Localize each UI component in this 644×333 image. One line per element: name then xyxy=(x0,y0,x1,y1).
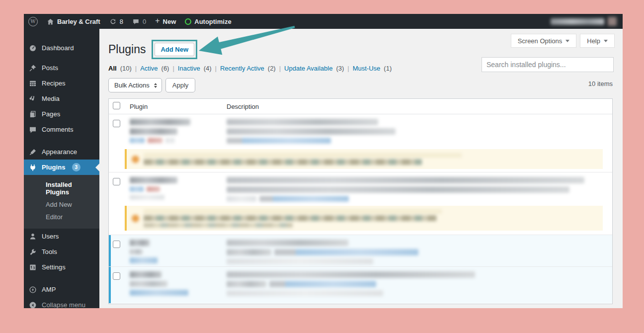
site-name-menu[interactable]: Barley & Craft xyxy=(42,14,105,29)
row-checkbox[interactable] xyxy=(113,272,120,280)
bulk-actions-bar: Bulk Actions Apply xyxy=(108,78,195,92)
redacted-link xyxy=(130,186,144,192)
wordpress-logo-menu[interactable]: W xyxy=(24,14,42,29)
screen-meta-tabs: Screen Options Help xyxy=(511,34,615,48)
new-content-menu[interactable]: + New xyxy=(151,14,180,29)
row-checkbox[interactable] xyxy=(113,241,120,248)
filter-update-available[interactable]: Update Available xyxy=(284,65,332,72)
table-header: Plugin Description xyxy=(109,99,612,114)
redacted-username xyxy=(551,18,604,25)
site-name: Barley & Craft xyxy=(57,18,100,25)
admin-sidebar: Dashboard Posts Recipes Media Pages xyxy=(24,29,99,308)
filter-all[interactable]: All xyxy=(108,65,117,72)
filter-count: (1) xyxy=(384,65,392,72)
plugin-name-cell xyxy=(130,119,227,149)
sidebar-label: Plugins xyxy=(42,164,66,171)
autoptimize-menu[interactable]: Autoptimize xyxy=(180,14,236,29)
redacted-line xyxy=(130,119,190,125)
select-all-checkbox[interactable] xyxy=(113,102,120,109)
submenu-installed-plugins[interactable]: Installed Plugins xyxy=(24,178,99,198)
filter-active[interactable]: Active xyxy=(140,65,158,72)
filter-separator: | xyxy=(347,65,349,72)
calendar-grid-icon xyxy=(28,80,37,87)
autoptimize-label: Autoptimize xyxy=(194,18,231,25)
sidebar-item-recipes[interactable]: Recipes xyxy=(24,76,99,91)
comments-menu[interactable]: 0 xyxy=(128,14,151,29)
apply-button[interactable]: Apply xyxy=(165,78,196,92)
column-header-description: Description xyxy=(227,103,612,110)
updates-menu[interactable]: 8 xyxy=(105,14,128,29)
plugins-update-badge: 3 xyxy=(72,163,80,171)
redacted-line xyxy=(227,290,383,296)
redacted-line xyxy=(227,258,373,264)
filter-separator: | xyxy=(135,65,137,72)
submenu-editor[interactable]: Editor xyxy=(24,211,99,223)
sidebar-item-dashboard[interactable]: Dashboard xyxy=(24,40,99,56)
add-new-button[interactable]: Add New xyxy=(155,43,194,56)
updates-icon xyxy=(109,18,117,25)
filter-separator: | xyxy=(172,65,174,72)
collapse-menu-button[interactable]: Collapse menu xyxy=(24,297,99,313)
sidebar-label: Dashboard xyxy=(42,44,74,52)
wrench-icon xyxy=(28,248,37,256)
redacted-link xyxy=(148,138,162,143)
pushpin-icon xyxy=(28,64,37,72)
search-input[interactable] xyxy=(482,57,614,72)
redacted-line xyxy=(144,153,462,158)
sidebar-item-settings[interactable]: Settings xyxy=(24,259,99,275)
plugin-description-cell xyxy=(227,240,612,266)
sidebar-item-comments[interactable]: Comments xyxy=(24,122,99,137)
sidebar-label: Pages xyxy=(42,110,60,118)
filter-recently-active[interactable]: Recently Active xyxy=(220,65,264,72)
redacted-line xyxy=(144,159,422,165)
filter-count: (10) xyxy=(120,65,132,72)
sidebar-item-posts[interactable]: Posts xyxy=(24,60,99,76)
sidebar-item-plugins[interactable]: Plugins 3 xyxy=(24,160,99,175)
filter-must-use[interactable]: Must-Use xyxy=(353,65,381,72)
redacted-line xyxy=(144,223,293,228)
filter-separator: | xyxy=(279,65,281,72)
sidebar-item-media[interactable]: Media xyxy=(24,91,99,106)
redacted-line xyxy=(144,209,442,214)
redacted-line xyxy=(130,128,177,135)
update-notice xyxy=(125,206,603,231)
filter-count: (6) xyxy=(161,65,169,72)
sidebar-item-amp[interactable]: AMP xyxy=(24,282,99,297)
sidebar-item-users[interactable]: Users xyxy=(24,229,99,244)
redacted-link xyxy=(165,138,174,143)
bulk-actions-select[interactable]: Bulk Actions xyxy=(108,78,162,92)
account-menu[interactable] xyxy=(551,17,623,26)
row-checkbox[interactable] xyxy=(113,120,120,127)
table-row xyxy=(109,235,612,266)
update-notice xyxy=(125,149,603,169)
sidebar-item-pages[interactable]: Pages xyxy=(24,106,99,122)
redacted-link xyxy=(130,138,145,143)
pages-icon xyxy=(28,110,37,118)
redacted-line xyxy=(227,196,256,202)
sidebar-label: Users xyxy=(42,233,59,240)
page-title: Plugins xyxy=(108,42,146,57)
sidebar-label: Settings xyxy=(42,263,66,271)
select-arrows-icon xyxy=(154,83,157,88)
sidebar-item-tools[interactable]: Tools xyxy=(24,244,99,259)
sidebar-label: Posts xyxy=(42,64,58,72)
dashboard-icon xyxy=(28,44,37,52)
table-row xyxy=(109,266,612,303)
row-checkbox[interactable] xyxy=(113,178,120,185)
avatar xyxy=(608,17,617,26)
filter-inactive[interactable]: Inactive xyxy=(178,65,200,72)
sidebar-item-appearance[interactable]: Appearance xyxy=(24,144,99,160)
filter-count: (3) xyxy=(336,65,344,72)
screen-options-label: Screen Options xyxy=(518,37,563,45)
help-button[interactable]: Help xyxy=(580,34,615,48)
filter-separator: | xyxy=(215,65,217,72)
submenu-add-new[interactable]: Add New xyxy=(24,198,99,211)
autoptimize-status-icon xyxy=(185,18,191,25)
settings-icon xyxy=(28,263,37,271)
redacted-line xyxy=(227,186,569,193)
sidebar-label: Media xyxy=(42,95,60,102)
plugin-description-cell xyxy=(227,119,612,149)
plugin-name-cell xyxy=(130,177,227,206)
redacted-line xyxy=(130,281,167,287)
screen-options-button[interactable]: Screen Options xyxy=(511,34,577,48)
